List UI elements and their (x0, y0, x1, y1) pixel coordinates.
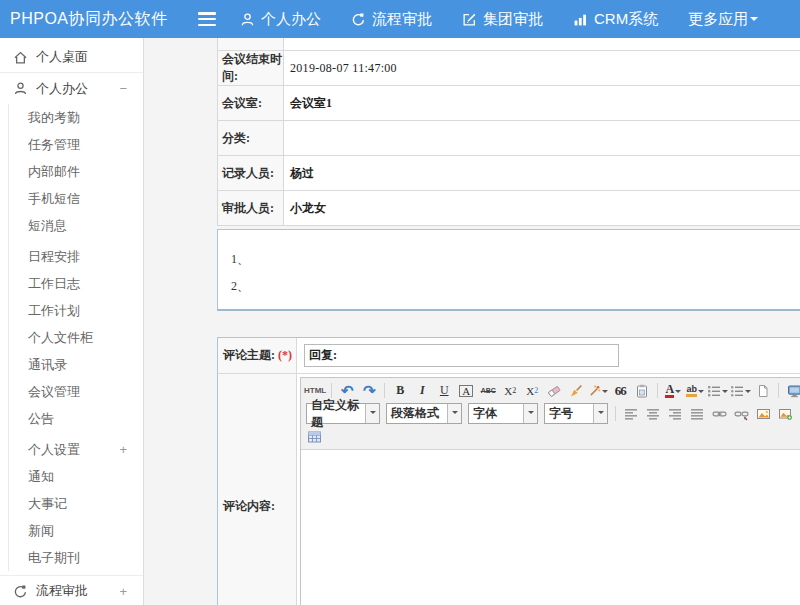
top-nav: 个人办公 流程审批 集团审批 CRM系统 更多应用 (240, 10, 788, 29)
row-value (284, 121, 290, 155)
sidebar-item-personal-settings[interactable]: 个人设置 + (9, 436, 143, 463)
sidebar-item-sms[interactable]: 手机短信 (9, 185, 143, 212)
quick-format-wand-icon[interactable] (588, 381, 608, 401)
select-value: 字体 (473, 405, 497, 422)
sidebar-item-label: 我的考勤 (28, 109, 80, 127)
chevron-down-icon (598, 411, 604, 417)
sidebar-item-milestones[interactable]: 大事记 (9, 490, 143, 517)
nav-crm-system[interactable]: CRM系统 (573, 10, 658, 29)
paste-clipboard-icon[interactable] (632, 381, 652, 401)
sidebar-item-label: 个人设置 (28, 441, 80, 459)
minutes-line: 2、 (231, 273, 800, 300)
sidebar-item-contacts[interactable]: 通讯录 (9, 351, 143, 378)
comment-content-label: 评论内容: (218, 374, 297, 605)
chevron-down-icon (528, 411, 534, 417)
sidebar-item-file-cabinet[interactable]: 个人文件柜 (9, 324, 143, 351)
sidebar-item-label: 任务管理 (28, 136, 80, 154)
row-label: 分类: (218, 121, 284, 155)
sidebar-item-short-message[interactable]: 短消息 (9, 212, 143, 239)
unordered-list-button[interactable] (730, 381, 751, 401)
user-icon (240, 12, 261, 27)
collapse-minus-icon[interactable]: − (119, 81, 127, 96)
expand-plus-icon[interactable]: + (119, 442, 127, 457)
format-painter-broom-icon[interactable] (566, 381, 586, 401)
hamburger-menu-icon[interactable] (196, 11, 218, 27)
sidebar-item-personal-desktop[interactable]: 个人桌面 (0, 42, 143, 73)
align-right-icon[interactable] (665, 404, 685, 424)
superscript-button[interactable]: X2 (500, 381, 520, 401)
eraser-icon[interactable] (544, 381, 564, 401)
chevron-down-icon (370, 411, 376, 417)
sidebar-item-task-management[interactable]: 任务管理 (9, 131, 143, 158)
font-size-select[interactable]: 字号 (544, 403, 608, 424)
subscript-button[interactable]: X2 (522, 381, 542, 401)
nav-group-approval[interactable]: 集团审批 (462, 10, 543, 29)
blockquote-button[interactable]: 66 (610, 381, 630, 401)
home-icon (12, 50, 28, 65)
chevron-down-icon (452, 411, 458, 417)
ordered-list-button[interactable] (707, 381, 728, 401)
comment-subject-input[interactable] (304, 344, 619, 367)
row-label: 会议室: (218, 86, 284, 120)
user-icon (12, 81, 28, 96)
bold-button[interactable]: B (390, 381, 410, 401)
font-color-button[interactable]: A (663, 381, 683, 401)
sidebar-subgroup: 我的考勤 任务管理 内部邮件 手机短信 短消息 日程安排 工作日志 工作计划 个… (8, 104, 143, 571)
font-name-button[interactable]: A (456, 381, 476, 401)
sup-exp: 2 (512, 386, 516, 395)
paragraph-format-select[interactable]: 段落格式 (386, 403, 462, 424)
nav-more-apps[interactable]: 更多应用 (688, 10, 758, 29)
expand-plus-icon[interactable]: + (119, 584, 127, 599)
chevron-down-icon (675, 390, 681, 396)
font-family-select[interactable]: 字体 (468, 403, 538, 424)
nav-personal-office[interactable]: 个人办公 (240, 10, 321, 29)
sidebar-item-meeting-management[interactable]: 会议管理 (9, 378, 143, 405)
insert-table-icon[interactable] (304, 427, 324, 447)
sidebar-item-work-log[interactable]: 工作日志 (9, 270, 143, 297)
sidebar-item-notice[interactable]: 通知 (9, 463, 143, 490)
sidebar-item-internal-mail[interactable]: 内部邮件 (9, 158, 143, 185)
sidebar-item-news[interactable]: 新闻 (9, 517, 143, 544)
italic-button[interactable]: I (412, 381, 432, 401)
sidebar-item-my-attendance[interactable]: 我的考勤 (9, 104, 143, 131)
nav-label: 个人办公 (261, 10, 321, 29)
insert-image-icon[interactable] (753, 404, 773, 424)
align-justify-icon[interactable] (687, 404, 707, 424)
minutes-line: 1、 (231, 246, 800, 273)
insert-multi-image-icon[interactable] (775, 404, 795, 424)
sidebar-item-label: 日程安排 (28, 248, 80, 266)
select-value: 段落格式 (391, 405, 439, 422)
sidebar-item-workflow-approval[interactable]: 流程审批 + (0, 575, 143, 605)
sidebar-item-label: 会议管理 (28, 383, 80, 401)
table-row-end-time: 会议结束时间: 2019-08-07 11:47:00 (218, 50, 800, 85)
row-value: 会议室1 (284, 86, 332, 120)
strikethrough-button[interactable]: ABC (478, 381, 498, 401)
chevron-down-icon (722, 390, 728, 396)
new-page-icon[interactable] (753, 381, 773, 401)
sidebar-item-label: 公告 (28, 410, 54, 428)
insert-link-icon[interactable] (709, 404, 729, 424)
align-left-icon[interactable] (621, 404, 641, 424)
sidebar-item-label: 电子期刊 (28, 549, 80, 567)
forecolor-letter: A (665, 384, 674, 398)
fullscreen-monitor-icon[interactable] (784, 381, 800, 401)
sidebar-item-label: 大事记 (28, 495, 67, 513)
align-center-icon[interactable] (643, 404, 663, 424)
sidebar-item-label: 个人桌面 (36, 48, 88, 66)
sidebar-item-schedule[interactable]: 日程安排 (9, 243, 143, 270)
nav-workflow-approval[interactable]: 流程审批 (351, 10, 432, 29)
editor-content-area[interactable] (301, 450, 800, 605)
custom-title-select[interactable]: 自定义标题 (306, 403, 380, 424)
hilite-letters: ab (686, 384, 697, 397)
sidebar-item-personal-office[interactable]: 个人办公 − (0, 73, 143, 104)
row-value: 2019-08-07 11:47:00 (284, 51, 397, 85)
sidebar-item-announcement[interactable]: 公告 (9, 405, 143, 432)
underline-button[interactable]: U (434, 381, 454, 401)
sidebar-item-work-plan[interactable]: 工作计划 (9, 297, 143, 324)
highlight-color-button[interactable]: ab (685, 381, 705, 401)
editor-toolbar: HTML ↶ ↷ B I U A ABC (301, 378, 800, 450)
sidebar-item-label: 内部邮件 (28, 163, 80, 181)
sidebar-item-e-journal[interactable]: 电子期刊 (9, 544, 143, 571)
remove-link-icon[interactable] (731, 404, 751, 424)
toolbar-separator (657, 383, 658, 398)
